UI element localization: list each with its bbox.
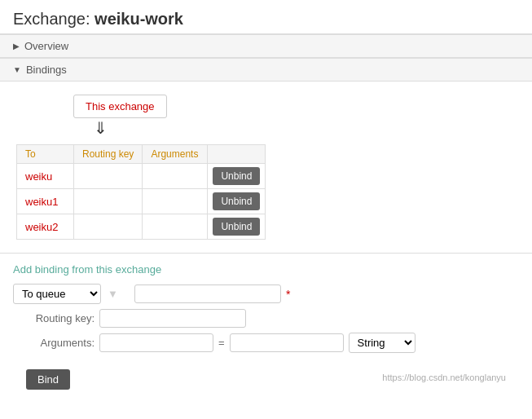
bindings-section: ▼ Bindings This exchange ⇓ To Routing ke… [0,58,532,253]
cell-to: weiku1 [17,189,74,214]
table-row: weiku1Unbind [17,189,266,214]
cell-to: weiku [17,164,74,189]
routing-key-row: Routing key: [13,309,519,328]
destination-input[interactable] [134,284,281,303]
bindings-section-header[interactable]: ▼ Bindings [0,58,532,82]
cell-arguments [143,214,208,240]
arguments-key-input[interactable] [99,333,213,352]
table-row: weikuUnbind [17,164,266,189]
add-binding-title: Add binding from this exchange [13,263,519,276]
overview-section: ▶ Overview [0,34,532,58]
footer-row: Bind https://blog.csdn.net/konglanyu [13,358,519,396]
routing-key-label: Routing key: [13,312,95,324]
arguments-value-input[interactable] [230,333,344,352]
destination-row: To queue To exchange ▼ * [13,284,519,304]
page-title: Exchange: weiku-work [13,10,519,29]
equals-sign: = [218,337,225,349]
cell-unbind: Unbind [208,214,266,240]
bindings-section-label: Bindings [26,64,67,76]
cell-arguments [143,189,208,214]
col-action [208,145,266,164]
add-binding-section: Add binding from this exchange To queue … [0,253,532,406]
bindings-content: This exchange ⇓ To Routing key Arguments… [0,82,532,253]
cell-routing-key [74,214,143,240]
cell-routing-key [74,189,143,214]
arguments-label: Arguments: [13,337,95,349]
footer-url: https://blog.csdn.net/konglanyu [382,373,506,382]
page-header: Exchange: weiku-work [0,0,532,34]
cell-to: weiku2 [17,214,74,240]
bindings-table: To Routing key Arguments weikuUnbindweik… [16,144,266,240]
overview-arrow-icon: ▶ [13,42,20,51]
arguments-type-select[interactable]: String Number Boolean [349,333,415,353]
arguments-row: Arguments: = String Number Boolean [13,333,519,353]
unbind-button[interactable]: Unbind [213,218,260,236]
exchange-box: This exchange [73,95,167,118]
bind-button[interactable]: Bind [26,369,70,390]
unbind-button[interactable]: Unbind [213,167,260,185]
routing-key-input[interactable] [99,309,246,328]
required-star: * [286,288,290,301]
cell-unbind: Unbind [208,164,266,189]
unbind-button[interactable]: Unbind [213,192,260,210]
table-row: weiku2Unbind [17,214,266,240]
bindings-arrow-icon: ▼ [13,65,21,74]
col-routing-key: Routing key [74,145,143,164]
overview-section-label: Overview [24,40,68,52]
cell-unbind: Unbind [208,189,266,214]
cell-routing-key [74,164,143,189]
col-arguments: Arguments [143,145,208,164]
overview-section-header[interactable]: ▶ Overview [0,34,532,58]
col-to: To [17,145,74,164]
destination-select[interactable]: To queue To exchange [13,284,101,304]
cell-arguments [143,164,208,189]
flow-arrow: ⇓ [94,118,516,138]
